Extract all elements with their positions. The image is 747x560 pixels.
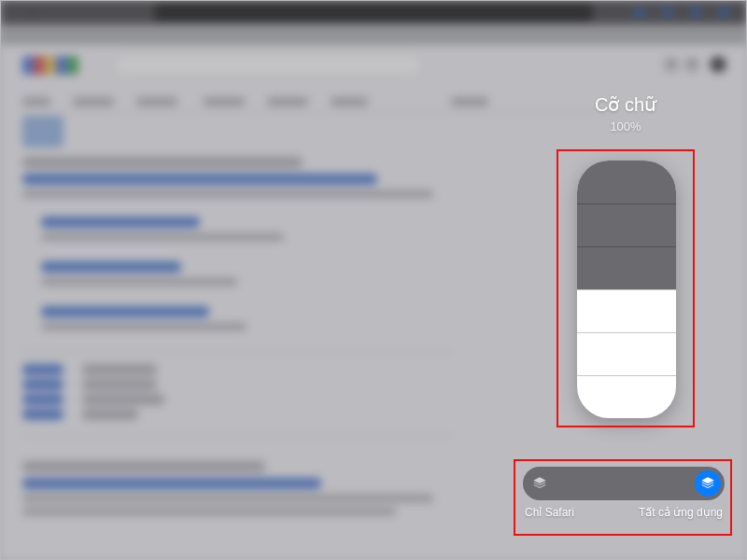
layers-icon [532, 476, 547, 491]
scope-all-apps-label: Tất cả ứng dụng [639, 506, 723, 519]
scope-only-safari-label: Chỉ Safari [525, 506, 574, 519]
text-size-percent: 100% [610, 119, 641, 133]
panel-title: Cỡ chữ [595, 93, 656, 116]
text-size-slider[interactable] [577, 161, 676, 418]
scope-labels: Chỉ Safari Tất cả ứng dụng [523, 506, 725, 519]
text-size-panel: Cỡ chữ 100% [523, 93, 728, 133]
scope-only-safari-button[interactable] [527, 470, 553, 497]
scope-all-apps-button[interactable] [695, 470, 721, 497]
layers-icon [700, 476, 715, 491]
scope-toggle[interactable] [523, 467, 725, 500]
